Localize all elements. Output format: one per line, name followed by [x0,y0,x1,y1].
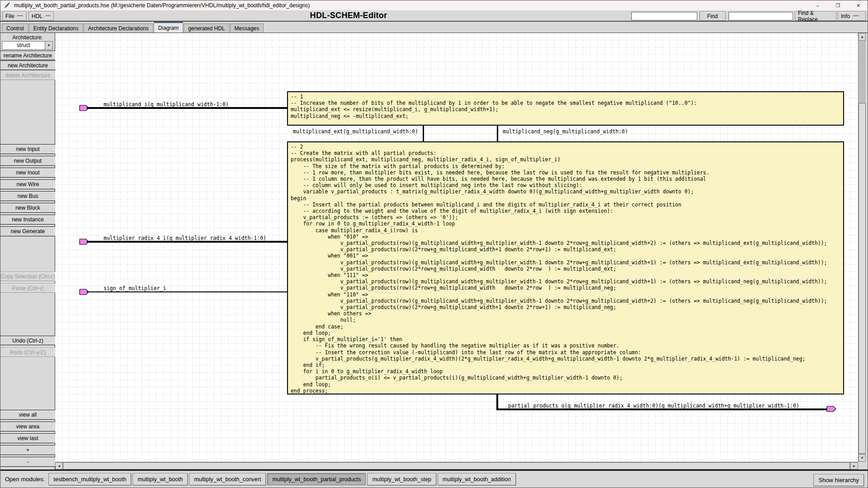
schematic-canvas[interactable]: multiplicand_i(g_multiplicand_width-1:0)… [55,33,858,462]
wire-label-partial-products-o[interactable]: partial_products_o(g_multiplier_radix_4_… [508,403,799,409]
find-button[interactable]: Find [699,11,726,21]
app-title: HDL-SCHEM-Editor [310,11,387,20]
delete-architecture[interactable]: delete Architecture [0,70,55,80]
module-multiply-wt-booth[interactable]: multiply_wt_booth [132,473,188,485]
info-menu[interactable]: Info [838,11,866,21]
tab-control[interactable]: Control [2,23,28,33]
tab-architecture-declarations[interactable]: Architecture Declarations [84,23,153,33]
notebook-tab-bar: ControlEntity DeclarationsArchitecture D… [0,22,868,33]
wire-label-multiplicand-i[interactable]: multiplicand_i(g_multiplicand_width-1:0) [104,101,229,108]
menu-bar: File HDL HDL-SCHEM-Editor Find Find & Re… [0,10,868,22]
wire-multiplicand-ext[interactable] [423,125,424,141]
horizontal-scrollbar[interactable]: ◄ ► [55,462,858,469]
window-title: multiply_wt_booth_partial_products.hse (… [14,2,310,9]
chevron-down-icon[interactable]: ▼ [45,42,52,49]
file-menu-label: File [5,13,14,19]
architecture-button-group: rename Architecturenew Architecturedelet… [0,51,55,80]
show-hierarchy-button[interactable]: Show hierarchy [813,474,864,486]
info-menu-label: Info [841,13,850,19]
view-button-group: view allview areaview last+- [0,410,55,469]
close-button[interactable]: ✕ [848,0,868,10]
code-block-2-text: -- 2 -- Create the matrix with all parti… [288,142,843,394]
tearoff-dash-icon [17,15,23,17]
show-hierarchy-label: Show hierarchy [818,477,859,483]
scroll-right-icon[interactable]: ► [850,462,858,469]
find-button-label: Find [707,13,717,19]
open-modules-label: Open modules: [5,476,45,483]
zoom-in-button[interactable]: + [0,445,55,455]
wire-multiplicand-neg[interactable] [497,125,498,141]
new-architecture[interactable]: new Architecture [0,61,55,70]
wire-label-sign-of-multiplier-i[interactable]: sign_of_multiplier_i [104,285,166,291]
diagram-sidebar: Architecture: struct ▼ rename Architectu… [0,33,55,469]
hdl-schem-editor-window: multiply_wt_booth_partial_products.hse (… [0,0,868,488]
clipboard-button-group: Copy Selection (Ctrl-c)Paste (Ctrl-v) [0,272,55,295]
tab-generated-hdl[interactable]: generated HDL [184,23,229,33]
new-wire[interactable]: new Wire [0,179,55,189]
tab-entity-declarations[interactable]: Entity Declarations [29,23,83,33]
redo-ctrl-y-z[interactable]: Redo (Ctrl-y/Z) [0,347,55,357]
maximize-button[interactable]: ❐ [828,0,848,10]
new-output[interactable]: new Output [0,156,55,166]
output-port-arrow-partial-products-o[interactable] [826,406,836,412]
find-replace-button[interactable]: Find & Replace [795,11,836,21]
undo-button-group: Undo (Ctrl-z)Redo (Ctrl-y/Z) [0,336,55,359]
app-feather-icon [4,2,10,9]
wire-sign-of-multiplier-i[interactable] [87,291,287,292]
scroll-left-icon[interactable]: ◄ [55,462,63,469]
new-bus[interactable]: new Bus [0,191,55,201]
new-generate[interactable]: new Generate [0,226,55,236]
module-button-row: testbench_multiply_wt_boothmultiply_wt_b… [48,473,517,485]
tab-diagram[interactable]: Diagram [154,22,183,33]
new-instance[interactable]: new Instance [0,215,55,225]
tearoff-dash-icon [853,15,859,17]
wire-partial-products-o-vertical[interactable] [496,394,498,410]
architecture-combobox[interactable]: struct ▼ [2,41,53,50]
architecture-label: Architecture: [0,34,55,41]
minimize-button[interactable]: – [807,0,828,10]
hdl-menu-label: HDL [32,13,42,19]
signal-label-multiplicand-neg[interactable]: multiplicand_neg(g_multiplicand_width:0) [503,128,628,135]
module-multiply-wt-booth-partial-products[interactable]: multiply_wt_booth_partial_products [267,473,366,485]
replace-input[interactable] [728,12,793,20]
scroll-up-icon[interactable]: ▲ [859,33,866,41]
tearoff-dash-icon [46,15,51,17]
wire-label-multiplier-radix-4-i[interactable]: multiplier_radix_4_i(g_multiplier_radix_… [104,235,266,241]
view-all[interactable]: view all [0,410,55,420]
find-replace-button-label: Find & Replace [798,10,833,23]
vertical-scrollbar[interactable]: ▲ ▼ [858,33,866,462]
rename-architecture[interactable]: rename Architecture [0,51,55,60]
title-bar: multiply_wt_booth_partial_products.hse (… [0,0,868,10]
module-testbench-multiply-wt-booth[interactable]: testbench_multiply_wt_booth [48,473,131,485]
code-block-1[interactable]: -- 1 -- Increase the number of bits of t… [287,91,844,126]
hdl-menu[interactable]: HDL [28,11,54,21]
view-area[interactable]: view area [0,422,55,432]
tab-messages[interactable]: Messages [230,23,264,33]
architecture-combobox-value: struct [2,42,45,49]
file-menu[interactable]: File [2,11,27,21]
find-input[interactable] [631,12,697,20]
vertical-scrollbar-thumb[interactable] [859,103,866,454]
undo-ctrl-z[interactable]: Undo (Ctrl-z) [0,336,55,345]
code-block-1-text: -- 1 -- Increase the number of bits of t… [288,92,843,119]
module-multiply-wt-booth-addition[interactable]: multiply_wt_booth_addition [438,473,516,485]
copy-selection-ctrl-c[interactable]: Copy Selection (Ctrl-c) [0,272,55,281]
module-multiply-wt-booth-step[interactable]: multiply_wt_booth_step [367,473,436,485]
view-last[interactable]: view last [0,433,55,443]
new-block[interactable]: new Block [0,203,55,213]
paste-ctrl-v[interactable]: Paste (Ctrl-v) [0,283,55,293]
scroll-down-icon[interactable]: ▼ [859,454,866,462]
zoom-out-button[interactable]: - [0,457,55,467]
open-modules-bar: Open modules: testbench_multiply_wt_boot… [0,469,868,488]
horizontal-scrollbar-thumb[interactable] [63,462,850,469]
module-multiply-wt-booth-convert[interactable]: multiply_wt_booth_convert [189,473,266,485]
signal-label-multiplicand-ext[interactable]: multiplicand_ext(g_multiplicand_width:0) [293,128,418,135]
code-block-2[interactable]: -- 2 -- Create the matrix with all parti… [287,141,844,394]
new-input[interactable]: new Input [0,144,55,154]
new-inout[interactable]: new Inout [0,168,55,178]
new-element-button-group: new Inputnew Outputnew Inoutnew Wirenew … [0,144,55,238]
